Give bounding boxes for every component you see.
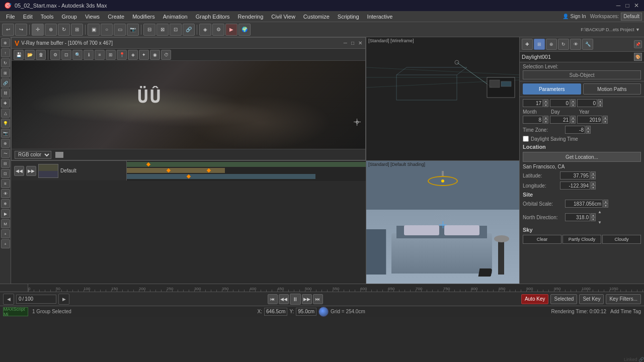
viewport-scene[interactable]: [Standard] [Default Shading] <box>366 161 519 284</box>
rp-pin-btn[interactable]: 📌 <box>634 40 642 48</box>
lt-link[interactable]: 🔗 <box>1 78 10 87</box>
lt-unlink[interactable]: ⛓ <box>1 88 10 98</box>
rp-spin-up-0a[interactable]: ▲ <box>571 99 576 103</box>
toolbar-align[interactable]: ⊟ <box>143 24 155 36</box>
lt-mirror[interactable]: ⊟ <box>1 159 10 168</box>
rp-sky-partly-btn[interactable]: Partly Cloudy <box>562 235 601 244</box>
rp-sky-cloudy-btn[interactable]: Cloudy <box>602 235 641 244</box>
menu-tools[interactable]: Tools <box>37 11 58 22</box>
rp-spin-dn-17[interactable]: ▼ <box>543 103 548 107</box>
lt-array[interactable]: ⊡ <box>1 169 10 178</box>
autokey-btn[interactable]: Auto Key <box>521 294 549 304</box>
lt-freeze[interactable]: ❄ <box>1 199 10 208</box>
rp-timezone-input[interactable] <box>565 126 585 134</box>
rp-spin-up-0b[interactable]: ▲ <box>598 99 603 103</box>
maxscript-indicator[interactable]: MAXScript Mi <box>3 307 28 316</box>
lt-select[interactable]: ⊕ <box>1 38 10 47</box>
lt-spacewarps[interactable]: 〜 <box>1 149 10 158</box>
menu-graph-editors[interactable]: Graph Editors <box>192 11 234 22</box>
menu-scripting[interactable]: Scripting <box>334 11 363 22</box>
rp-sky-clear-btn[interactable]: Clear <box>523 235 561 244</box>
status-add-time-tag[interactable]: Add Time Tag <box>610 309 641 314</box>
lt-misc2[interactable]: + <box>1 239 10 248</box>
track-next-btn[interactable]: ▶▶ <box>26 166 36 176</box>
lt-misc1[interactable]: + <box>1 229 10 238</box>
menu-customize[interactable]: Customize <box>299 11 334 22</box>
rp-object-color[interactable]: 🎨 <box>634 53 642 61</box>
toolbar-box[interactable]: ▣ <box>88 24 100 36</box>
frame-prev-btn[interactable]: ◀ <box>3 294 14 305</box>
minimize-button[interactable]: ─ <box>615 2 622 9</box>
vray-minimize[interactable]: ─ <box>344 40 347 46</box>
rp-day-input[interactable] <box>550 116 570 124</box>
vray-zoom[interactable]: 🔍 <box>72 50 83 60</box>
rp-lat-up[interactable]: ▲ <box>591 171 596 175</box>
rp-spin-dn-0b[interactable]: ▼ <box>598 103 603 107</box>
rp-month-input[interactable] <box>523 116 543 124</box>
go-start-btn[interactable]: ⏮ <box>268 294 278 304</box>
lt-helpers[interactable]: ⊕ <box>1 139 10 148</box>
toolbar-sphere[interactable]: ○ <box>101 24 113 36</box>
rp-spin-input-17[interactable] <box>523 99 543 107</box>
rp-sub-object-btn[interactable]: Sub-Object <box>523 70 641 79</box>
rp-spin-up-17[interactable]: ▲ <box>543 99 548 103</box>
rp-lon-up[interactable]: ▲ <box>591 182 596 186</box>
selected-btn[interactable]: Selected <box>550 294 577 304</box>
vray-history[interactable]: ⏱ <box>161 50 171 60</box>
vray-corrections[interactable]: ✦ <box>139 50 149 60</box>
vray-render-elem[interactable]: ◈ <box>128 50 138 60</box>
maximize-button[interactable]: □ <box>624 2 631 9</box>
rp-northdir-input[interactable] <box>565 213 590 221</box>
rp-month-up[interactable]: ▲ <box>543 116 548 120</box>
rp-orbital-input[interactable] <box>565 200 603 208</box>
rp-get-location-btn[interactable]: Get Location... <box>523 152 641 162</box>
menu-interactive[interactable]: Interactive <box>363 11 397 22</box>
rp-northdir-scrollbar[interactable]: ▲ ▼ <box>598 210 603 225</box>
set-key-btn[interactable]: Set Key <box>579 294 604 304</box>
vray-compare[interactable]: ⊞ <box>106 50 116 60</box>
lt-render[interactable]: ▶ <box>1 209 10 218</box>
rp-longitude-input[interactable] <box>560 182 590 190</box>
toolbar-undo[interactable]: ↩ <box>2 24 14 36</box>
toolbar-redo[interactable]: ↪ <box>15 24 27 36</box>
lt-cameras[interactable]: 📷 <box>1 129 10 138</box>
menu-views[interactable]: Views <box>81 11 104 22</box>
rp-motion-paths-btn[interactable]: Motion Paths <box>583 83 641 95</box>
rp-north-dn[interactable]: ▼ <box>591 217 596 221</box>
toolbar-link[interactable]: 🔗 <box>183 24 195 36</box>
lt-create[interactable]: ✚ <box>1 99 10 108</box>
toolbar-move[interactable]: ⊕ <box>45 24 57 36</box>
rp-modify-tab[interactable]: ⊞ <box>534 39 545 50</box>
menu-modifiers[interactable]: Modifiers <box>128 11 159 22</box>
rp-north-up[interactable]: ▲ <box>591 213 596 217</box>
toolbar-material[interactable]: ◈ <box>199 24 211 36</box>
close-button[interactable]: ✕ <box>633 2 640 9</box>
toolbar-render[interactable]: ▶ <box>225 24 237 36</box>
menu-rendering[interactable]: Rendering <box>234 11 268 22</box>
rp-dst-checkbox[interactable] <box>523 136 529 142</box>
track-timeline[interactable] <box>127 161 366 181</box>
vray-restore[interactable]: □ <box>351 40 354 46</box>
vray-channels[interactable]: ≡ <box>95 50 105 60</box>
vray-lens[interactable]: ◉ <box>150 50 160 60</box>
next-frame-btn[interactable]: ▶▶ <box>302 294 312 304</box>
rp-year-input[interactable] <box>577 116 602 124</box>
viewport-wireframe[interactable]: [Standard] [Wireframe] <box>366 37 519 161</box>
lt-align[interactable]: ≡ <box>1 179 10 188</box>
sign-in[interactable]: Sign In <box>571 14 586 19</box>
rp-motion-tab[interactable]: ↻ <box>558 39 569 50</box>
lt-lights[interactable]: 💡 <box>1 119 10 128</box>
menu-civil-view[interactable]: Civil View <box>267 11 299 22</box>
play-btn[interactable]: ⏸ <box>290 294 301 305</box>
rp-spin-input-0a[interactable] <box>550 99 570 107</box>
rp-hierarchy-tab[interactable]: ⊕ <box>546 39 557 50</box>
rp-day-dn[interactable]: ▼ <box>571 120 576 124</box>
vray-clear[interactable]: 🗑 <box>36 50 46 60</box>
rp-orb-up[interactable]: ▲ <box>603 200 608 204</box>
frame-counter[interactable]: 0 / 100 <box>16 295 56 304</box>
toolbar-scale[interactable]: ⊞ <box>71 24 83 36</box>
vray-settings[interactable]: ⚙ <box>50 50 60 60</box>
rp-day-up[interactable]: ▲ <box>571 116 576 120</box>
lt-hide[interactable]: 👁 <box>1 189 10 198</box>
prev-frame-btn[interactable]: ◀◀ <box>279 294 289 304</box>
